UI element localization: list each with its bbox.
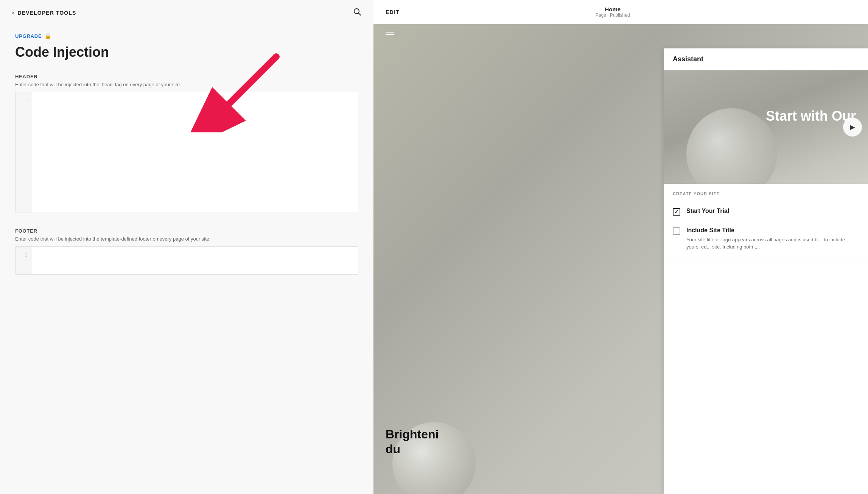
edit-button[interactable]: EDIT [386, 9, 400, 15]
title-checkbox[interactable] [673, 227, 680, 235]
header-section-label: HEADER [15, 74, 358, 79]
footer-line-numbers: 1 [16, 247, 32, 274]
search-button[interactable] [353, 8, 361, 18]
search-icon [353, 8, 361, 16]
assistant-hero-image: ▶ Start with Our [664, 70, 868, 184]
preview-text-line2: du [386, 442, 400, 456]
title-item-desc: Your site title or logo appears across a… [686, 236, 859, 251]
header-line-1: 1 [25, 97, 27, 104]
trial-item-label: Start Your Trial [686, 207, 729, 215]
header-code-editor[interactable]: 1 [15, 92, 358, 213]
lock-icon: 🔒 [45, 33, 51, 39]
footer-line-1: 1 [25, 251, 27, 259]
page-info-title: Home [596, 6, 630, 12]
left-content: UPGRADE 🔒 Code Injection HEADER Enter co… [0, 25, 373, 494]
page-info-subtitle: Page · Published [596, 12, 630, 18]
title-item-content: Include Site Title Your site title or lo… [686, 227, 859, 251]
back-arrow-icon: ‹ [12, 9, 14, 16]
footer-section-desc: Enter code that will be injected into th… [15, 236, 358, 242]
back-link-label: DEVELOPER TOOLS [17, 10, 76, 16]
footer-code-editor[interactable]: 1 [15, 246, 358, 275]
page-title: Code Injection [15, 44, 358, 60]
right-panel: EDIT Home Page · Published Brighteni du [373, 0, 868, 494]
preview-text-line1: Brighteni [386, 427, 439, 441]
header-section-desc: Enter code that will be injected into th… [15, 82, 358, 87]
header-line-numbers: 1 [16, 92, 32, 213]
checkmark-icon: ✓ [674, 209, 679, 215]
svg-line-1 [359, 13, 361, 16]
create-site-section: CREATE YOUR SITE ✓ Start Your Trial Incl… [664, 184, 868, 264]
edit-bar: EDIT Home Page · Published [373, 0, 868, 24]
top-bar: ‹ DEVELOPER TOOLS [0, 0, 373, 25]
checklist-item-trial[interactable]: ✓ Start Your Trial [673, 202, 859, 221]
preview-area: Brighteni du Assistant ▶ Start with Our … [373, 24, 868, 494]
assistant-header: Assistant [664, 48, 868, 70]
assistant-panel: Assistant ▶ Start with Our CREATE YOUR S… [664, 48, 868, 494]
upgrade-row: UPGRADE 🔒 [15, 33, 358, 39]
hamburger-icon [386, 32, 394, 36]
left-panel: ‹ DEVELOPER TOOLS UPGRADE 🔒 Code Injecti… [0, 0, 373, 494]
preview-nav [386, 32, 394, 36]
footer-section-label: FOOTER [15, 228, 358, 234]
back-link[interactable]: ‹ DEVELOPER TOOLS [12, 9, 76, 16]
header-code-textarea[interactable] [32, 92, 358, 213]
checklist-item-title[interactable]: Include Site Title Your site title or lo… [673, 221, 859, 256]
title-item-label: Include Site Title [686, 227, 859, 235]
page-info: Home Page · Published [596, 6, 630, 18]
create-site-label: CREATE YOUR SITE [673, 191, 859, 196]
hero-overlay-text: Start with Our [766, 108, 862, 124]
trial-item-content: Start Your Trial [686, 207, 729, 215]
footer-code-textarea[interactable] [32, 247, 358, 274]
upgrade-label[interactable]: UPGRADE [15, 33, 42, 39]
trial-checkbox[interactable]: ✓ [673, 208, 680, 216]
preview-body-text: Brighteni du [386, 427, 439, 456]
